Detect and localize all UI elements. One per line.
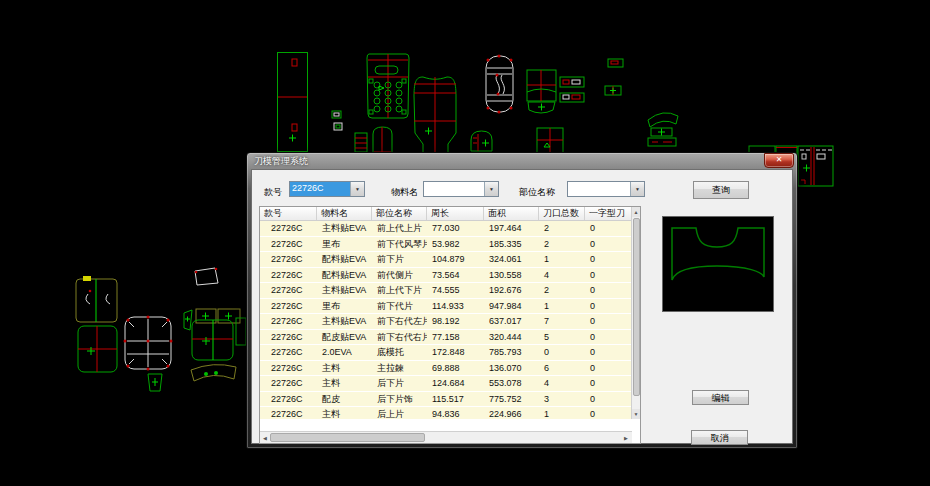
die-mold-table: 款号物料名部位名称周长面积刀口总数一字型刀 22726C主料贴EVA前上代上片7… bbox=[259, 206, 641, 444]
query-button[interactable]: 查询 bbox=[693, 181, 749, 199]
material-combobox[interactable]: ▼ bbox=[423, 181, 499, 197]
chevron-down-icon[interactable]: ▼ bbox=[350, 182, 364, 196]
table-cell: 185.335 bbox=[484, 237, 539, 252]
table-row[interactable]: 22726C里布前下代片114.933947.98410 bbox=[260, 299, 640, 315]
table-cell: 0 bbox=[585, 221, 633, 236]
table-cell: 0 bbox=[585, 407, 633, 419]
style-number-combobox[interactable]: 22726C ▼ bbox=[289, 181, 365, 197]
table-cell: 主料贴EVA bbox=[317, 283, 372, 298]
table-cell: 主料 bbox=[317, 407, 372, 419]
table-body[interactable]: 22726C主料贴EVA前上代上片77.030197.4642022726C里布… bbox=[260, 221, 640, 419]
table-cell: 前上代上片 bbox=[372, 221, 427, 236]
table-cell: 前下代片 bbox=[372, 299, 427, 314]
table-cell: 324.061 bbox=[484, 252, 539, 267]
column-header[interactable]: 周长 bbox=[427, 207, 484, 220]
table-cell: 2 bbox=[539, 237, 585, 252]
table-cell: 22726C bbox=[260, 407, 317, 419]
table-cell: 22726C bbox=[260, 345, 317, 360]
piece-preview-panel bbox=[662, 216, 774, 312]
table-cell: 里布 bbox=[317, 237, 372, 252]
table-cell: 22726C bbox=[260, 361, 317, 376]
table-cell: 22726C bbox=[260, 314, 317, 329]
table-row[interactable]: 22726C主料后上片94.836224.96610 bbox=[260, 407, 640, 419]
scroll-left-icon[interactable]: ◀ bbox=[260, 435, 270, 441]
table-cell: 130.558 bbox=[484, 268, 539, 283]
table-cell: 前下代风琴片 bbox=[372, 237, 427, 252]
column-header[interactable]: 款号 bbox=[260, 207, 317, 220]
cancel-button[interactable]: 取消 bbox=[691, 430, 748, 445]
table-cell: 主料贴EVA bbox=[317, 221, 372, 236]
table-cell: 172.848 bbox=[427, 345, 484, 360]
scroll-right-icon[interactable]: ▶ bbox=[621, 435, 631, 441]
table-row[interactable]: 22726C配皮后下片饰115.517775.75230 bbox=[260, 392, 640, 408]
table-cell: 785.793 bbox=[484, 345, 539, 360]
table-cell: 主料 bbox=[317, 361, 372, 376]
column-header[interactable]: 部位名称 bbox=[372, 207, 427, 220]
column-header[interactable]: 物料名 bbox=[317, 207, 372, 220]
table-cell: 0 bbox=[585, 283, 633, 298]
table-cell: 配皮 bbox=[317, 392, 372, 407]
vertical-scrollbar[interactable]: ▲ ▼ bbox=[631, 207, 640, 419]
table-cell: 6 bbox=[539, 361, 585, 376]
table-row[interactable]: 22726C2.0EVA底模托172.848785.79300 bbox=[260, 345, 640, 361]
chevron-down-icon[interactable]: ▼ bbox=[630, 182, 644, 196]
part-name-label: 部位名称 bbox=[519, 186, 555, 199]
die-mold-manager-dialog: 刀模管理系统 ✕ 款号 22726C ▼ 物料名 ▼ 部位名称 ▼ 查询 bbox=[246, 152, 798, 449]
scroll-down-icon[interactable]: ▼ bbox=[632, 409, 640, 419]
scroll-up-icon[interactable]: ▲ bbox=[632, 207, 640, 217]
table-header-row[interactable]: 款号物料名部位名称周长面积刀口总数一字型刀 bbox=[260, 207, 640, 221]
material-value bbox=[424, 182, 484, 196]
table-cell: 0 bbox=[585, 252, 633, 267]
table-cell: 114.933 bbox=[427, 299, 484, 314]
style-number-label: 款号 bbox=[264, 186, 282, 199]
table-cell: 底模托 bbox=[372, 345, 427, 360]
table-cell: 74.555 bbox=[427, 283, 484, 298]
table-cell: 7 bbox=[539, 314, 585, 329]
table-cell: 22726C bbox=[260, 252, 317, 267]
table-cell: 0 bbox=[585, 314, 633, 329]
table-cell: 后下片饰 bbox=[372, 392, 427, 407]
table-row[interactable]: 22726C主料贴EVA前上代下片74.555192.67620 bbox=[260, 283, 640, 299]
table-cell: 224.966 bbox=[484, 407, 539, 419]
horizontal-scrollbar[interactable]: ◀ ▶ bbox=[260, 431, 632, 443]
table-cell: 22726C bbox=[260, 268, 317, 283]
table-row[interactable]: 22726C主料贴EVA前上代上片77.030197.46420 bbox=[260, 221, 640, 237]
table-row[interactable]: 22726C主料贴EVA前下右代左片98.192637.01770 bbox=[260, 314, 640, 330]
chevron-down-icon[interactable]: ▼ bbox=[484, 182, 498, 196]
horizontal-scrollbar-thumb[interactable] bbox=[270, 433, 425, 442]
close-icon[interactable]: ✕ bbox=[764, 153, 794, 168]
table-cell: 后下片 bbox=[372, 376, 427, 391]
table-cell: 22726C bbox=[260, 392, 317, 407]
table-row[interactable]: 22726C主料主拉鍊69.888136.07060 bbox=[260, 361, 640, 377]
table-cell: 94.836 bbox=[427, 407, 484, 419]
table-cell: 53.982 bbox=[427, 237, 484, 252]
table-cell: 0 bbox=[585, 376, 633, 391]
column-header[interactable]: 刀口总数 bbox=[539, 207, 585, 220]
part-name-combobox[interactable]: ▼ bbox=[567, 181, 645, 197]
vertical-scrollbar-thumb[interactable] bbox=[633, 218, 640, 396]
table-cell: 主拉鍊 bbox=[372, 361, 427, 376]
table-row[interactable]: 22726C配料贴EVA前下片104.879324.06110 bbox=[260, 252, 640, 268]
table-cell: 配皮贴EVA bbox=[317, 330, 372, 345]
table-cell: 配料贴EVA bbox=[317, 268, 372, 283]
cad-application-window: 刀模管理系统 ✕ 款号 22726C ▼ 物料名 ▼ 部位名称 ▼ 查询 bbox=[0, 0, 930, 486]
table-cell: 320.444 bbox=[484, 330, 539, 345]
edit-button[interactable]: 编辑 bbox=[692, 390, 749, 405]
column-header[interactable]: 面积 bbox=[484, 207, 539, 220]
table-cell: 947.984 bbox=[484, 299, 539, 314]
table-row[interactable]: 22726C主料后下片124.684553.07840 bbox=[260, 376, 640, 392]
table-cell: 104.879 bbox=[427, 252, 484, 267]
style-number-value: 22726C bbox=[290, 182, 350, 196]
table-row[interactable]: 22726C配皮贴EVA前下右代右片77.158320.44450 bbox=[260, 330, 640, 346]
table-cell: 775.752 bbox=[484, 392, 539, 407]
dialog-titlebar[interactable]: 刀模管理系统 ✕ bbox=[247, 153, 797, 169]
table-cell: 136.070 bbox=[484, 361, 539, 376]
table-row[interactable]: 22726C配料贴EVA前代侧片73.564130.55840 bbox=[260, 268, 640, 284]
table-cell: 192.676 bbox=[484, 283, 539, 298]
column-header[interactable]: 一字型刀 bbox=[585, 207, 633, 220]
table-cell: 主料 bbox=[317, 376, 372, 391]
table-row[interactable]: 22726C里布前下代风琴片53.982185.33520 bbox=[260, 237, 640, 253]
table-cell: 0 bbox=[585, 361, 633, 376]
table-cell: 124.684 bbox=[427, 376, 484, 391]
table-cell: 2.0EVA bbox=[317, 345, 372, 360]
